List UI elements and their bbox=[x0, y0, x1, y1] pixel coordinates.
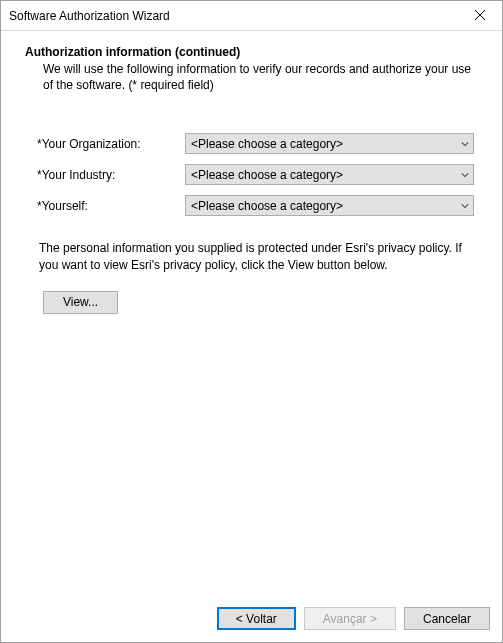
privacy-notice: The personal information you supplied is… bbox=[39, 240, 474, 272]
page-description: We will use the following information to… bbox=[43, 61, 478, 93]
back-button[interactable]: < Voltar bbox=[217, 607, 296, 630]
chevron-down-icon bbox=[457, 140, 473, 148]
wizard-footer: < Voltar Avançar > Cancelar bbox=[1, 597, 502, 642]
label-yourself: *Yourself: bbox=[37, 199, 185, 213]
window-title: Software Authorization Wizard bbox=[9, 9, 170, 23]
select-yourself[interactable]: <Please choose a category> bbox=[185, 195, 474, 216]
select-yourself-value: <Please choose a category> bbox=[191, 199, 343, 213]
wizard-window: Software Authorization Wizard Authorizat… bbox=[0, 0, 503, 643]
select-organization-value: <Please choose a category> bbox=[191, 137, 343, 151]
label-industry: *Your Industry: bbox=[37, 168, 185, 182]
titlebar: Software Authorization Wizard bbox=[1, 1, 502, 31]
form-area: *Your Organization: <Please choose a cat… bbox=[37, 133, 474, 216]
view-button[interactable]: View... bbox=[43, 291, 118, 314]
select-industry-value: <Please choose a category> bbox=[191, 168, 343, 182]
row-organization: *Your Organization: <Please choose a cat… bbox=[37, 133, 474, 154]
content-area: Authorization information (continued) We… bbox=[1, 31, 502, 597]
chevron-down-icon bbox=[457, 202, 473, 210]
label-organization: *Your Organization: bbox=[37, 137, 185, 151]
select-industry[interactable]: <Please choose a category> bbox=[185, 164, 474, 185]
next-button: Avançar > bbox=[304, 607, 396, 630]
cancel-button[interactable]: Cancelar bbox=[404, 607, 490, 630]
close-button[interactable] bbox=[457, 1, 502, 30]
close-icon bbox=[475, 9, 485, 23]
row-yourself: *Yourself: <Please choose a category> bbox=[37, 195, 474, 216]
chevron-down-icon bbox=[457, 171, 473, 179]
select-organization[interactable]: <Please choose a category> bbox=[185, 133, 474, 154]
row-industry: *Your Industry: <Please choose a categor… bbox=[37, 164, 474, 185]
page-heading: Authorization information (continued) bbox=[25, 45, 484, 59]
